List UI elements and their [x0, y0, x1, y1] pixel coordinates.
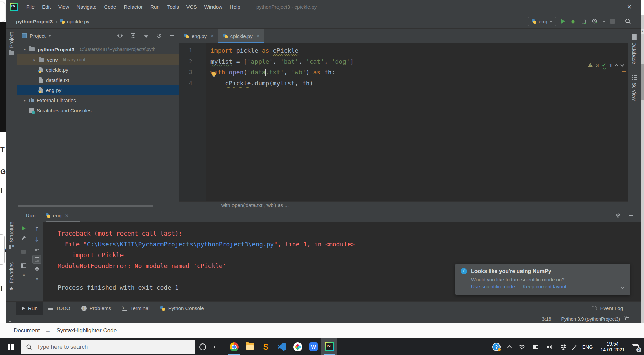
- scroll-to-end-icon[interactable]: [32, 255, 41, 264]
- intention-bulb-icon[interactable]: [212, 72, 216, 76]
- taskbar-app-sublime-text[interactable]: S: [258, 338, 274, 355]
- profiler-button[interactable]: [592, 18, 598, 25]
- restore-layout-icon[interactable]: [21, 263, 26, 268]
- tool-window-switcher-icon[interactable]: [10, 317, 15, 321]
- action-center-button[interactable]: 2: [629, 338, 644, 355]
- scroll-up-arrow-icon[interactable]: ▲: [641, 29, 644, 34]
- close-tab-icon[interactable]: ✕: [65, 213, 69, 218]
- stacktrace-link[interactable]: C:\Users\KIIT\PycharmProjects\pythonProj…: [87, 241, 274, 248]
- use-scientific-mode-link[interactable]: Use scientific mode: [471, 284, 515, 289]
- close-tab-icon[interactable]: ✕: [210, 33, 214, 39]
- menu-vcs[interactable]: VCS: [183, 3, 200, 11]
- event-log-button[interactable]: Event Log: [592, 302, 641, 315]
- tree-item-venv[interactable]: ▸venvlibrary root: [17, 54, 179, 65]
- tool-tab-structure[interactable]: Structure: [6, 222, 17, 249]
- menu-navigate[interactable]: Navigate: [73, 3, 99, 11]
- unlock-icon[interactable]: [625, 317, 629, 320]
- menu-view[interactable]: View: [55, 3, 72, 11]
- clock-button[interactable]: 19:54 14-01-2021: [596, 341, 629, 353]
- more-actions-icon[interactable]: »: [23, 272, 24, 278]
- taskbar-app-chrome[interactable]: [226, 338, 242, 355]
- hide-panel-icon[interactable]: [170, 33, 174, 38]
- menu-refactor[interactable]: Refactor: [120, 3, 146, 11]
- background-page-scrollbar[interactable]: ▲: [641, 15, 644, 323]
- settings-gear-icon[interactable]: [156, 33, 162, 39]
- tool-tab-sciview[interactable]: SciView: [628, 75, 641, 101]
- tool-tab-database[interactable]: Database: [628, 34, 641, 64]
- soft-wrap-icon[interactable]: [34, 247, 40, 252]
- taskbar-app-wps-office[interactable]: W: [306, 338, 321, 355]
- tree-item-eng-py[interactable]: eng.py: [17, 85, 179, 95]
- more-options-icon[interactable]: »: [36, 276, 38, 281]
- tool-window-tab-run[interactable]: Run: [16, 302, 43, 315]
- start-button[interactable]: [0, 338, 21, 355]
- battery-button[interactable]: [529, 338, 542, 355]
- tool-tab-project[interactable]: Project: [6, 32, 17, 55]
- menu-code[interactable]: Code: [101, 3, 119, 11]
- show-hidden-icons-button[interactable]: [504, 338, 515, 355]
- caret-position[interactable]: 3:16: [542, 316, 551, 322]
- hide-panel-icon[interactable]: [628, 213, 633, 218]
- taskbar-search[interactable]: [21, 340, 195, 354]
- chevron-right-icon[interactable]: ▸: [32, 58, 37, 62]
- scrollbar-thumb[interactable]: [641, 64, 644, 100]
- project-panel-title[interactable]: Project: [30, 33, 46, 39]
- expand-all-icon[interactable]: [131, 33, 136, 38]
- tree-item-scratches-and-consoles[interactable]: Scratches and Consoles: [17, 105, 179, 115]
- close-button[interactable]: ×: [618, 0, 641, 14]
- tool-window-tab-terminal[interactable]: >Terminal: [116, 302, 155, 315]
- previous-problem-icon[interactable]: [615, 64, 618, 68]
- chevron-down-icon[interactable]: [603, 21, 605, 22]
- tool-window-tab-python-console[interactable]: Python Console: [155, 302, 209, 315]
- collapse-all-icon[interactable]: [143, 33, 149, 38]
- up-stack-trace-icon[interactable]: ↑: [34, 226, 39, 232]
- minimize-button[interactable]: [574, 0, 596, 14]
- debug-button[interactable]: [570, 18, 576, 24]
- rerun-button[interactable]: [22, 226, 26, 231]
- code-editor[interactable]: 1import pickle as cPickle2mylist = ['app…: [179, 43, 628, 201]
- tool-window-tab-todo[interactable]: TODO: [43, 302, 76, 315]
- menu-window[interactable]: Window: [201, 3, 225, 11]
- run-tab-eng[interactable]: eng ✕: [46, 209, 69, 222]
- run-button[interactable]: [561, 19, 565, 24]
- taskbar-app-slack[interactable]: [290, 338, 306, 355]
- language-button[interactable]: ENG: [579, 338, 596, 355]
- menu-run[interactable]: Run: [147, 3, 163, 11]
- cortana-button[interactable]: [195, 338, 210, 355]
- stop-button[interactable]: [21, 250, 26, 254]
- interpreter-selector[interactable]: Python 3.9 (pythonProject3): [561, 316, 620, 322]
- edit-configuration-icon[interactable]: [21, 235, 26, 241]
- print-icon[interactable]: [34, 267, 40, 272]
- search-input[interactable]: [36, 343, 172, 351]
- menu-tools[interactable]: Tools: [164, 3, 182, 11]
- windows-ink-button[interactable]: [571, 338, 579, 355]
- chevron-right-icon[interactable]: ▸: [23, 98, 27, 103]
- breadcrumb-project[interactable]: pythonProject3: [16, 19, 53, 24]
- dropbox-button[interactable]: [556, 338, 571, 355]
- search-everywhere-icon[interactable]: [625, 18, 631, 25]
- error-stripe-mark[interactable]: [622, 71, 626, 72]
- tree-item-external-libraries[interactable]: ▸External Libraries: [17, 95, 179, 105]
- editor-tab-cpickle-py[interactable]: cpickle.py✕: [218, 29, 264, 43]
- menu-file[interactable]: File: [23, 3, 38, 11]
- down-stack-trace-icon[interactable]: ↓: [34, 237, 39, 243]
- taskbar-app-pycharm[interactable]: [321, 338, 337, 355]
- next-problem-icon[interactable]: [620, 63, 624, 66]
- tool-tab-favorites[interactable]: Favorites ★: [6, 262, 17, 291]
- run-with-coverage-button[interactable]: [581, 18, 587, 24]
- locate-file-icon[interactable]: [117, 32, 123, 39]
- scrollbar-thumb[interactable]: [18, 205, 153, 207]
- menu-help[interactable]: Help: [227, 3, 243, 11]
- tool-window-tab-problems[interactable]: !Problems: [76, 302, 116, 315]
- close-tab-icon[interactable]: ✕: [256, 33, 260, 39]
- chevron-down-icon[interactable]: [48, 35, 51, 37]
- task-view-button[interactable]: [210, 338, 226, 355]
- help-tray-button[interactable]: ?: [489, 338, 504, 355]
- horizontal-scrollbar[interactable]: [17, 205, 179, 207]
- tree-item-pythonproject3[interactable]: ▾pythonProject3C:\Users\KIIT\PycharmProj…: [17, 44, 179, 54]
- run-configuration-select[interactable]: eng: [528, 17, 556, 26]
- volume-button[interactable]: [542, 338, 556, 355]
- network-button[interactable]: [515, 338, 529, 355]
- maximize-button[interactable]: [596, 0, 618, 14]
- taskbar-app-file-explorer[interactable]: [242, 338, 258, 355]
